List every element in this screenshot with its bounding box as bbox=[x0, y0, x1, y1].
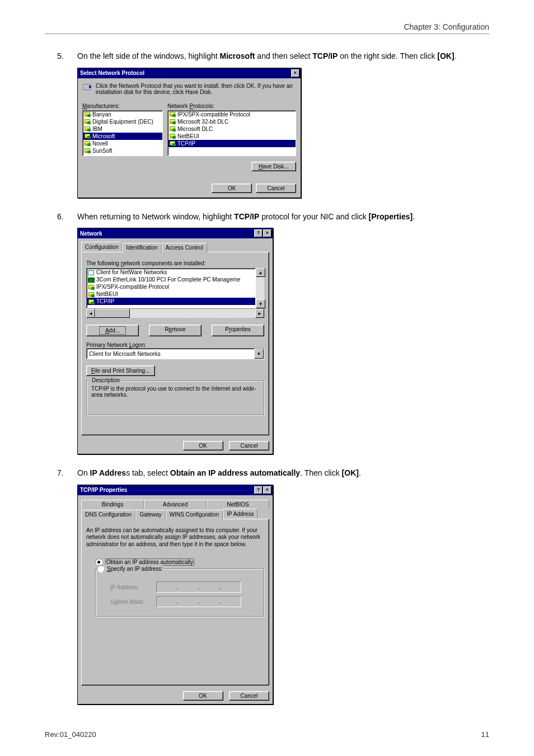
have-disk-button[interactable]: Have Disk... bbox=[251, 162, 296, 171]
tab-identification[interactable]: Identification bbox=[122, 243, 161, 253]
tab-bindings[interactable]: Bindings bbox=[81, 500, 144, 509]
ok-button[interactable]: OK bbox=[183, 441, 223, 450]
close-icon[interactable]: × bbox=[263, 229, 271, 237]
add-button[interactable]: Add... bbox=[86, 325, 139, 336]
tab-advanced[interactable]: Advanced bbox=[144, 500, 207, 509]
scroll-down-icon[interactable]: ▼ bbox=[256, 299, 265, 308]
help-icon[interactable]: ? bbox=[254, 229, 263, 237]
properties-button[interactable]: Properties bbox=[212, 325, 264, 336]
protocol-icon bbox=[169, 140, 176, 146]
subnet-mask-label: Subnet Mask: bbox=[110, 599, 151, 605]
list-item[interactable]: TCP/IP bbox=[87, 298, 255, 305]
list-item[interactable]: Client for NetWare Networks bbox=[87, 269, 255, 276]
protocols-list[interactable]: IPX/SPX-compatible ProtocolMicrosoft 32-… bbox=[167, 110, 296, 156]
t: . bbox=[413, 212, 415, 221]
scroll-up-icon[interactable]: ▲ bbox=[256, 268, 265, 277]
components-list[interactable]: Client for NetWare Networks3Com EtherLin… bbox=[86, 268, 256, 308]
list-item[interactable]: Microsoft 32-bit DLC bbox=[168, 118, 296, 125]
list-item[interactable]: Digital Equipment (DEC) bbox=[83, 118, 162, 125]
tab-ip-address[interactable]: IP Address bbox=[223, 509, 257, 519]
list-item[interactable]: SunSoft bbox=[83, 147, 162, 154]
protocol-icon bbox=[169, 119, 176, 124]
t: on the right side. Then click bbox=[338, 51, 437, 60]
primary-logon-combo[interactable]: Client for Microsoft Networks ▼ bbox=[86, 348, 264, 359]
cancel-button[interactable]: Cancel bbox=[229, 441, 269, 450]
close-icon[interactable]: × bbox=[291, 69, 299, 77]
ok-button[interactable]: OK bbox=[183, 691, 223, 701]
list-item[interactable]: 3Com EtherLink 10/100 PCI For Complete P… bbox=[87, 276, 255, 283]
ip-info-text: An IP address can be automatically assig… bbox=[86, 527, 264, 548]
protocol-icon bbox=[84, 148, 91, 153]
proto-icon bbox=[88, 284, 95, 290]
tab-gateway[interactable]: Gateway bbox=[135, 510, 165, 520]
help-icon[interactable]: ? bbox=[254, 486, 263, 494]
manufacturers-list[interactable]: BanyanDigital Equipment (DEC)IBMMicrosof… bbox=[82, 110, 163, 156]
protocol-icon bbox=[169, 133, 176, 139]
list-item[interactable]: TCP/IP bbox=[168, 140, 296, 147]
t: On bbox=[77, 468, 90, 477]
dialog-instruction: Click the Network Protocol that you want… bbox=[96, 83, 296, 95]
chevron-down-icon[interactable]: ▼ bbox=[254, 349, 264, 359]
installed-label: The following network components are ins… bbox=[86, 260, 264, 266]
list-item[interactable]: Microsoft bbox=[83, 133, 162, 140]
ok-button[interactable]: OK bbox=[212, 184, 252, 193]
hscroll-left-icon[interactable]: ◄ bbox=[86, 309, 95, 318]
list-item[interactable]: IPX/SPX-compatible Protocol bbox=[168, 111, 296, 118]
file-print-sharing-button[interactable]: File and Print Sharing... bbox=[86, 365, 155, 376]
scrollbar-track[interactable] bbox=[256, 277, 264, 299]
step-number: 6. bbox=[45, 212, 77, 223]
tab-netbios[interactable]: NetBIOS bbox=[207, 500, 269, 509]
radio-specify[interactable]: Specify an IP address: bbox=[97, 565, 163, 573]
t: [Properties] bbox=[369, 212, 413, 221]
list-item[interactable]: NetBEUI bbox=[87, 290, 255, 298]
step-text: On the left side of the windows, highlig… bbox=[77, 51, 489, 62]
hscroll-track[interactable] bbox=[130, 309, 255, 318]
step-7: 7. On IP Address tab, select Obtain an I… bbox=[45, 468, 489, 479]
titlebar[interactable]: Network ? × bbox=[78, 228, 273, 238]
t: IP Addres bbox=[90, 468, 127, 477]
hscroll-right-icon[interactable]: ► bbox=[255, 309, 264, 318]
remove-button[interactable]: Remove bbox=[149, 325, 202, 336]
t: Microsoft bbox=[219, 51, 255, 60]
cancel-button[interactable]: Cancel bbox=[229, 691, 269, 701]
hscroll-thumb[interactable] bbox=[95, 309, 130, 318]
titlebar[interactable]: TCP/IP Properties ? × bbox=[78, 485, 273, 495]
t: . bbox=[455, 51, 457, 60]
radio-specify-label: Specify an IP address: bbox=[107, 566, 163, 572]
tab-wins[interactable]: WINS Configuration bbox=[166, 510, 223, 520]
footer-page-number: 11 bbox=[481, 730, 489, 739]
list-item[interactable]: IPX/SPX-compatible Protocol bbox=[87, 283, 255, 290]
t: Obtain an IP address automatically bbox=[170, 468, 300, 477]
ip-address-label: IP Address: bbox=[110, 584, 151, 590]
list-item[interactable]: Microsoft DLC bbox=[168, 125, 296, 133]
list-item[interactable]: NetBEUI bbox=[168, 133, 296, 140]
tab-access-control[interactable]: Access Control bbox=[162, 243, 207, 253]
t: When returning to Network window, highli… bbox=[77, 212, 234, 221]
tab-dns[interactable]: DNS Configuration bbox=[81, 510, 135, 520]
primary-logon-value: Client for Microsoft Networks bbox=[87, 351, 254, 357]
manufacturers-label: Manufacturers: bbox=[82, 103, 163, 109]
protocol-icon bbox=[169, 126, 176, 132]
titlebar[interactable]: Select Network Protocol × bbox=[78, 68, 301, 78]
cancel-button[interactable]: Cancel bbox=[256, 184, 296, 193]
protocol-icon bbox=[84, 133, 91, 139]
close-icon[interactable]: × bbox=[263, 486, 271, 494]
protocol-icon bbox=[84, 126, 91, 132]
list-item[interactable]: IBM bbox=[83, 125, 162, 133]
ip-address-field: ... bbox=[156, 581, 241, 593]
list-item[interactable]: Banyan bbox=[83, 111, 162, 118]
protocol-card-icon bbox=[82, 83, 91, 91]
dialog-title: Network bbox=[80, 231, 102, 237]
chapter-header: Chapter 3: Configuration bbox=[45, 22, 489, 34]
list-item[interactable]: Novell bbox=[83, 140, 162, 147]
t: . Then click bbox=[300, 468, 341, 477]
step-6: 6. When returning to Network window, hig… bbox=[45, 212, 489, 223]
select-network-protocol-dialog: Select Network Protocol × Click the Netw… bbox=[77, 68, 301, 198]
tab-configuration[interactable]: Configuration bbox=[81, 242, 122, 252]
tab-strip-row2: DNS Configuration Gateway WINS Configura… bbox=[81, 509, 269, 519]
page-footer: Rev:01_040220 11 bbox=[45, 730, 489, 739]
step-5: 5. On the left side of the windows, high… bbox=[45, 51, 489, 62]
step-text: When returning to Network window, highli… bbox=[77, 212, 489, 223]
protocols-label: Network Protocols: bbox=[167, 103, 296, 109]
proto-icon bbox=[88, 299, 95, 304]
